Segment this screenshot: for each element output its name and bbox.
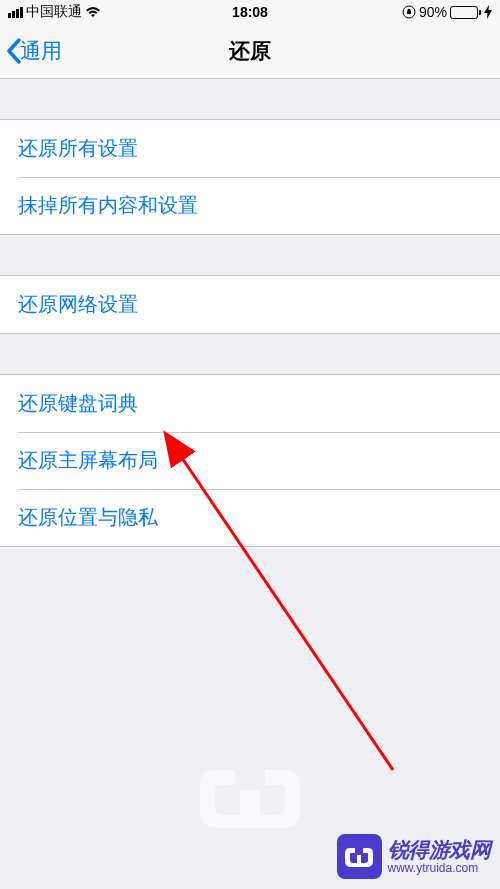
status-time: 18:08: [232, 4, 268, 20]
reset-home-layout-row[interactable]: 还原主屏幕布局: [0, 432, 500, 489]
watermark-logo: 锐得游戏网 www.ytruida.com: [337, 834, 491, 879]
row-label: 还原网络设置: [18, 291, 138, 318]
carrier-label: 中国联通: [26, 3, 82, 21]
watermark-text: 锐得游戏网 www.ytruida.com: [388, 838, 491, 876]
watermark-title: 锐得游戏网: [388, 838, 491, 862]
signal-icon: [8, 7, 23, 18]
watermark-bg-icon: [190, 760, 310, 844]
reset-keyboard-row[interactable]: 还原键盘词典: [0, 375, 500, 432]
orientation-lock-icon: [402, 5, 416, 19]
battery-icon: [450, 6, 481, 19]
row-label: 还原位置与隐私: [18, 504, 158, 531]
nav-bar: 通用 还原: [0, 24, 500, 79]
settings-group: 还原网络设置: [0, 275, 500, 334]
wifi-icon: [85, 6, 101, 18]
reset-all-settings-row[interactable]: 还原所有设置: [0, 120, 500, 177]
row-label: 抹掉所有内容和设置: [18, 192, 198, 219]
status-bar: 中国联通 18:08 90%: [0, 0, 500, 24]
row-label: 还原所有设置: [18, 135, 138, 162]
reset-network-row[interactable]: 还原网络设置: [0, 276, 500, 333]
watermark-icon: [337, 834, 382, 879]
row-label: 还原主屏幕布局: [18, 447, 158, 474]
battery-percent: 90%: [419, 4, 447, 20]
settings-group: 还原键盘词典 还原主屏幕布局 还原位置与隐私: [0, 374, 500, 547]
page-title: 还原: [229, 37, 271, 65]
back-label: 通用: [20, 37, 62, 65]
watermark-url: www.ytruida.com: [388, 862, 491, 876]
reset-location-privacy-row[interactable]: 还原位置与隐私: [0, 489, 500, 546]
back-button[interactable]: 通用: [0, 37, 68, 65]
charging-icon: [484, 5, 492, 19]
row-label: 还原键盘词典: [18, 390, 138, 417]
erase-all-content-row[interactable]: 抹掉所有内容和设置: [0, 177, 500, 234]
content: 还原所有设置 抹掉所有内容和设置 还原网络设置 还原键盘词典 还原主屏幕布局 还…: [0, 119, 500, 547]
status-right: 90%: [402, 4, 492, 20]
settings-group: 还原所有设置 抹掉所有内容和设置: [0, 119, 500, 235]
status-left: 中国联通: [8, 3, 101, 21]
